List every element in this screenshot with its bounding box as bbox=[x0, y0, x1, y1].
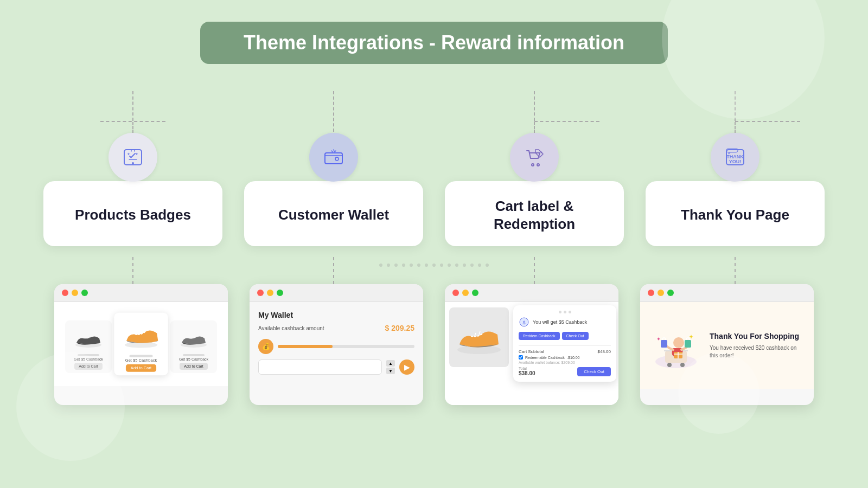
thankyou-content: Thank You For Shopping You have received… bbox=[640, 302, 814, 389]
products-badges-content: Get $5 Cashback Add to Cart bbox=[54, 302, 228, 386]
title-banner: Theme Integrations - Reward information bbox=[200, 22, 668, 64]
product-item-3: Get $5 Cashback Add to Cart bbox=[170, 320, 217, 373]
cashback-badge-1: Get $5 Cashback bbox=[74, 357, 103, 361]
thankyou-body: You have received $20 cashback on this o… bbox=[710, 344, 805, 359]
wallet-content: My Wallet Available cashback amount $ 20… bbox=[250, 302, 423, 383]
bottom-connector-2 bbox=[244, 257, 423, 284]
dot-yellow-1 bbox=[72, 290, 78, 296]
cart-label-card: Cart label & Redemption bbox=[445, 181, 624, 246]
redeem-cashback-btn[interactable]: Reddem Cashback bbox=[519, 332, 560, 340]
connector-4 bbox=[646, 91, 825, 133]
total-value: $38.00 bbox=[519, 370, 535, 376]
cashback-msg-text: You will get $5 Cashback bbox=[533, 319, 587, 325]
stepper-up[interactable]: ▲ bbox=[386, 360, 395, 367]
bottom-connector-3 bbox=[445, 257, 624, 284]
checkout-btn-popup[interactable]: Check Out bbox=[562, 332, 589, 340]
window-titlebar-3 bbox=[445, 284, 618, 302]
svg-point-4 bbox=[532, 164, 534, 166]
dot-pattern bbox=[379, 264, 489, 267]
dot-yellow-3 bbox=[462, 290, 469, 296]
stepper-down[interactable]: ▼ bbox=[386, 368, 395, 374]
subtotal-value: $48.00 bbox=[598, 349, 611, 354]
svg-rect-2 bbox=[325, 153, 342, 164]
dot-yellow-2 bbox=[267, 290, 273, 296]
dot-red-4 bbox=[648, 290, 654, 296]
window-titlebar-2 bbox=[250, 284, 423, 302]
dot-green-4 bbox=[667, 290, 674, 296]
svg-point-18 bbox=[667, 363, 672, 367]
bottom-connector-1 bbox=[43, 257, 222, 284]
stepper[interactable]: ▲ ▼ bbox=[386, 360, 395, 374]
cards-section: Products Badges Customer Wallet bbox=[33, 133, 835, 246]
wallet-amount: $ 209.25 bbox=[385, 324, 415, 332]
dot-green-2 bbox=[277, 290, 283, 296]
product-name-2 bbox=[129, 355, 152, 357]
customer-wallet-icon-circle bbox=[309, 133, 358, 182]
redeemable-row: Redeemable Cashback -$10.00 bbox=[519, 355, 611, 359]
mockup-customer-wallet: My Wallet Available cashback amount $ 20… bbox=[250, 284, 423, 405]
wallet-icon: 💰 bbox=[258, 339, 273, 354]
wallet-input[interactable] bbox=[258, 359, 382, 375]
redeemable-value: -$10.00 bbox=[567, 356, 580, 359]
product-name-3 bbox=[183, 354, 205, 356]
main-checkout-btn[interactable]: Check Out bbox=[577, 367, 611, 376]
cart-subtotal-row: Cart Subtotal $48.00 bbox=[519, 349, 611, 354]
subtotal-label: Cart Subtotal bbox=[519, 349, 544, 354]
window-titlebar-1 bbox=[54, 284, 228, 302]
cart-product-image bbox=[449, 307, 509, 367]
main-container: Theme Integrations - Reward information bbox=[0, 0, 868, 488]
add-to-cart-btn-1[interactable]: Add to Cart bbox=[74, 363, 102, 370]
add-to-cart-btn-2[interactable]: Add to Cart bbox=[126, 364, 156, 372]
wallet-balance-row: Available cashback amount $ 209.25 bbox=[258, 324, 414, 332]
mockup-thank-you: Thank You For Shopping You have received… bbox=[640, 284, 814, 405]
svg-point-6 bbox=[541, 152, 542, 153]
total-label: Total bbox=[519, 367, 535, 370]
slider-fill bbox=[278, 345, 333, 348]
products-badges-title: Products Badges bbox=[75, 206, 191, 224]
connector-2 bbox=[244, 91, 423, 133]
connector-1 bbox=[43, 91, 222, 133]
wallet-next-btn[interactable]: ▶ bbox=[399, 359, 414, 375]
redeemable-checkbox[interactable] bbox=[519, 355, 523, 359]
card-thank-you: THANK YOU! Thank You Page bbox=[646, 133, 825, 246]
svg-rect-21 bbox=[661, 340, 667, 348]
popup-dots bbox=[519, 311, 611, 313]
cashback-badge-3: Get $5 Cashback bbox=[179, 357, 208, 361]
products-grid: Get $5 Cashback Add to Cart bbox=[63, 311, 219, 377]
svg-point-5 bbox=[537, 164, 539, 166]
thank-you-title: Thank You Page bbox=[681, 206, 789, 224]
page-title: Theme Integrations - Reward information bbox=[244, 31, 624, 54]
shoe-img-2 bbox=[118, 317, 164, 352]
mockup-cart-label: $ You will get $5 Cashback Reddem Cashba… bbox=[445, 284, 618, 405]
svg-point-20 bbox=[673, 337, 684, 348]
wallet-input-row: ▲ ▼ ▶ bbox=[258, 359, 414, 375]
redeemable-label: Redeemable Cashback bbox=[525, 356, 565, 359]
products-badges-card: Products Badges bbox=[43, 181, 222, 246]
mockup-products-badges: Get $5 Cashback Add to Cart bbox=[54, 284, 228, 405]
thankyou-text-block: Thank You For Shopping You have received… bbox=[710, 331, 805, 359]
wallet-label: Available cashback amount bbox=[258, 325, 324, 331]
svg-point-3 bbox=[335, 157, 339, 160]
dot-red-2 bbox=[257, 290, 264, 296]
dot-red-3 bbox=[452, 290, 459, 296]
svg-text:YOU!: YOU! bbox=[729, 159, 742, 164]
svg-text:$: $ bbox=[522, 320, 525, 325]
cashback-icon: $ bbox=[519, 317, 529, 328]
connector-3 bbox=[445, 91, 624, 133]
cashback-badge-2: Get $5 Cashback bbox=[125, 358, 157, 363]
customer-wallet-card: Customer Wallet bbox=[244, 181, 423, 246]
dot-green-1 bbox=[81, 290, 88, 296]
customer-wallet-title: Customer Wallet bbox=[278, 206, 389, 224]
svg-point-1 bbox=[132, 162, 134, 164]
product-item-2: Get $5 Cashback Add to Cart bbox=[114, 313, 168, 376]
add-to-cart-btn-3[interactable]: Add to Cart bbox=[180, 363, 207, 370]
cart-action-buttons: Reddem Cashback Check Out bbox=[519, 332, 611, 340]
mockups-row: Get $5 Cashback Add to Cart bbox=[33, 284, 835, 405]
svg-rect-22 bbox=[685, 340, 691, 348]
thank-you-icon-circle: THANK YOU! bbox=[711, 133, 760, 182]
badge-icon bbox=[121, 145, 145, 169]
card-customer-wallet: Customer Wallet bbox=[244, 133, 423, 246]
dot-green-3 bbox=[472, 290, 478, 296]
cart-summary: Cart Subtotal $48.00 Redeemable Cashback… bbox=[519, 345, 611, 376]
wallet-slider[interactable] bbox=[278, 345, 414, 348]
